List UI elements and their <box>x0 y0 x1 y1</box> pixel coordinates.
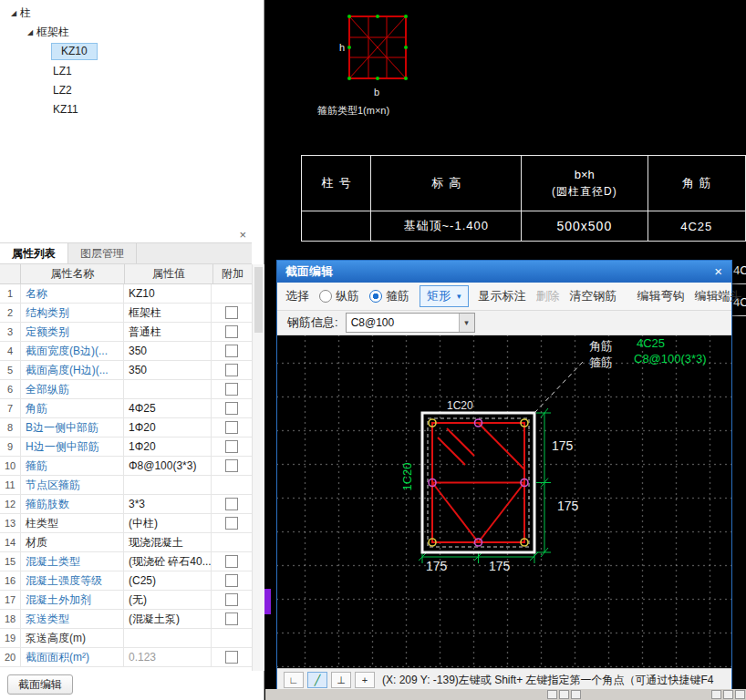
combobox-value[interactable]: C8@100 <box>347 316 459 329</box>
tab-layer-manage[interactable]: 图层管理 <box>68 243 137 263</box>
longitudinal-radio[interactable]: 纵筋 <box>319 288 359 304</box>
property-row[interactable]: 13柱类型(中柱) <box>0 514 252 533</box>
tab-property-list[interactable]: 属性列表 <box>0 243 68 263</box>
property-row[interactable]: 10箍筋Φ8@100(3*3) <box>0 457 252 476</box>
property-row[interactable]: 2结构类别框架柱 <box>0 304 252 323</box>
property-value[interactable]: 1Φ20 <box>124 438 212 456</box>
strip-button[interactable] <box>735 690 745 699</box>
expander-icon[interactable]: ◢ <box>24 28 36 36</box>
expander-icon[interactable]: ◢ <box>7 9 20 17</box>
property-row[interactable]: 18泵送类型(混凝土泵) <box>0 610 252 629</box>
attach-checkbox[interactable] <box>225 383 238 396</box>
property-value[interactable]: 框架柱 <box>124 304 212 322</box>
property-value[interactable]: (中柱) <box>124 514 212 532</box>
dialog-title-bar[interactable]: 截面编辑 × <box>277 261 731 283</box>
property-value[interactable]: KZ10 <box>124 284 212 303</box>
select-button[interactable]: 选择 <box>285 288 309 304</box>
property-row[interactable]: 7角筋4Φ25 <box>0 399 252 418</box>
attach-checkbox[interactable] <box>225 593 238 606</box>
property-value[interactable]: 3*3 <box>124 495 212 513</box>
edit-end-button[interactable]: 编辑端头 <box>695 288 742 304</box>
edit-hook-button[interactable]: 编辑弯钩 <box>637 288 685 304</box>
radio-icon[interactable] <box>319 290 332 303</box>
status-hint: (X: 209 Y: -139)左键或 Shift+ 左键指定第一个角点（可通过… <box>378 673 725 688</box>
property-value[interactable]: 普通柱 <box>124 323 212 341</box>
attach-checkbox[interactable] <box>225 612 238 625</box>
tree-item-frame-column[interactable]: ◢ 框架柱 <box>0 23 264 42</box>
attach-checkbox[interactable] <box>225 325 238 338</box>
section-canvas[interactable]: 1C20 1C20 角筋 箍筋 4C25 C8@100(3*3) 175 175… <box>277 335 731 668</box>
property-value[interactable]: Φ8@100(3*3) <box>124 457 212 475</box>
property-value[interactable]: (无) <box>124 591 212 609</box>
property-row[interactable]: 1名称KZ10 <box>0 284 252 304</box>
property-grid-scrollbar[interactable] <box>252 264 264 671</box>
tree-item-lz1[interactable]: LZ1 <box>0 61 264 80</box>
row-number: 3 <box>0 323 21 341</box>
attach-checkbox[interactable] <box>225 440 238 453</box>
rebar-info-combobox[interactable]: C8@100 ▾ <box>346 313 475 333</box>
corner-snap-icon[interactable]: ∟ <box>284 672 304 688</box>
property-row[interactable]: 12箍筋肢数3*3 <box>0 495 252 514</box>
section-edit-button[interactable]: 截面编辑 <box>7 674 73 695</box>
attach-cell <box>212 571 252 590</box>
attach-checkbox[interactable] <box>225 517 238 530</box>
property-value[interactable]: 现浇混凝土 <box>124 533 212 551</box>
attach-checkbox[interactable] <box>225 555 238 568</box>
strip-button[interactable] <box>723 690 733 699</box>
property-value[interactable]: (混凝土泵) <box>124 610 212 628</box>
tree-item-kz11[interactable]: KZ11 <box>0 99 264 118</box>
scrollbar-thumb[interactable] <box>254 267 263 333</box>
tree-item-lz2[interactable]: LZ2 <box>0 80 264 99</box>
shape-dropdown[interactable]: 矩形 ▾ <box>420 285 469 307</box>
property-value[interactable]: (C25) <box>124 571 212 590</box>
close-icon[interactable]: × <box>239 228 246 242</box>
attach-checkbox[interactable] <box>225 345 238 357</box>
property-row[interactable]: 20截面面积(m²)0.123 <box>0 648 252 667</box>
attach-checkbox[interactable] <box>225 364 238 376</box>
attach-checkbox[interactable] <box>225 498 238 510</box>
property-row[interactable]: 14材质现浇混凝土 <box>0 533 252 552</box>
property-row[interactable]: 17混凝土外加剂(无) <box>0 591 252 610</box>
strip-button[interactable] <box>711 690 721 699</box>
strip-button[interactable] <box>559 690 569 699</box>
chevron-down-icon[interactable]: ▾ <box>459 314 474 332</box>
property-value[interactable] <box>124 476 212 494</box>
property-value[interactable] <box>124 380 212 398</box>
strip-button[interactable] <box>571 690 581 699</box>
tree-item-kz10[interactable]: KZ10 <box>0 42 264 61</box>
close-icon[interactable]: × <box>705 261 731 283</box>
property-row[interactable]: 9H边一侧中部筋1Φ20 <box>0 438 252 457</box>
property-row[interactable]: 6全部纵筋 <box>0 380 252 399</box>
table-header-sub: (圆柱直径D) <box>522 184 647 200</box>
property-value[interactable]: 1Φ20 <box>124 418 212 437</box>
strip-button[interactable] <box>547 690 557 699</box>
clear-rebar-button[interactable]: 清空钢筋 <box>570 288 617 304</box>
crosshair-snap-icon[interactable]: + <box>355 672 375 688</box>
stirrup-lines <box>432 423 524 542</box>
attach-checkbox[interactable] <box>225 574 238 587</box>
property-row[interactable]: 19泵送高度(m) <box>0 629 252 648</box>
perpendicular-snap-icon[interactable]: ⊥ <box>331 672 351 688</box>
radio-icon-selected[interactable] <box>369 290 382 303</box>
property-row[interactable]: 11节点区箍筋 <box>0 476 252 495</box>
property-value[interactable]: 350 <box>124 361 212 379</box>
property-value[interactable]: 350 <box>124 342 212 360</box>
property-row[interactable]: 8B边一侧中部筋1Φ20 <box>0 418 252 438</box>
stirrup-radio[interactable]: 箍筋 <box>369 288 409 304</box>
property-value[interactable]: 4Φ25 <box>124 399 212 417</box>
attach-checkbox[interactable] <box>225 306 238 319</box>
diagonal-snap-icon[interactable]: ╱ <box>307 672 327 688</box>
show-annotation-button[interactable]: 显示标注 <box>479 288 526 304</box>
property-value[interactable] <box>124 629 212 647</box>
tree-item-column-root[interactable]: ◢ 柱 <box>0 4 264 23</box>
attach-checkbox[interactable] <box>225 459 238 472</box>
attach-checkbox[interactable] <box>225 421 238 434</box>
property-row[interactable]: 5截面高度(H边)(...350 <box>0 361 252 380</box>
property-row[interactable]: 16混凝土强度等级(C25) <box>0 571 252 591</box>
attach-checkbox[interactable] <box>225 651 238 664</box>
property-row[interactable]: 15混凝土类型(现浇砼 碎石40... <box>0 552 252 571</box>
property-value[interactable]: (现浇砼 碎石40... <box>124 552 212 571</box>
attach-checkbox[interactable] <box>225 402 238 415</box>
property-row[interactable]: 3定额类别普通柱 <box>0 323 252 342</box>
property-row[interactable]: 4截面宽度(B边)(...350 <box>0 342 252 361</box>
